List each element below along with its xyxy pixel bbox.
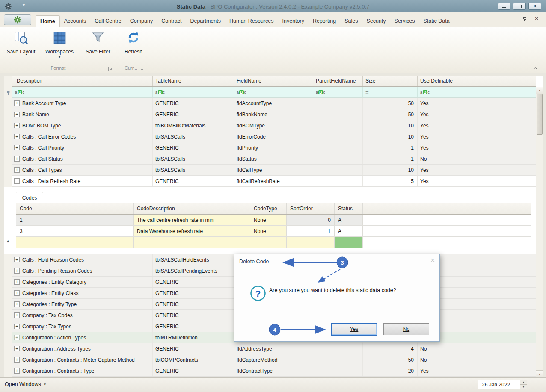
yes-button[interactable]: Yes [331, 323, 377, 335]
tab-reporting[interactable]: Reporting [309, 15, 340, 27]
filter-cell-fieldname[interactable]: aBc [234, 87, 313, 97]
window-close-button[interactable]: ✕ [528, 3, 541, 10]
spin-up-icon[interactable]: ▲ [520, 380, 527, 385]
format-group-launcher-icon[interactable] [108, 67, 112, 71]
expand-glyph[interactable]: + [14, 268, 20, 274]
tab-contract[interactable]: Contract [157, 15, 186, 27]
expand-glyph[interactable]: + [14, 257, 20, 262]
expand-glyph[interactable]: + [14, 134, 20, 139]
dialog-close-icon[interactable]: ✕ [430, 257, 435, 264]
column-header-parentfieldname[interactable]: ParentFieldName [313, 76, 363, 86]
column-header-userdefinable[interactable]: UserDefinable [418, 76, 471, 86]
tab-static-data[interactable]: Static Data [419, 15, 454, 27]
codedescription-cell[interactable] [134, 237, 250, 248]
expand-glyph[interactable]: + [14, 301, 20, 307]
column-header-size[interactable]: Size [363, 76, 418, 86]
tablename-cell: tblMTRMDefinition [153, 332, 234, 343]
filter-cell-parentfieldname[interactable]: aBc [313, 87, 363, 97]
codes-row-3[interactable]: 3Data Warehouse refresh rateNone1A [16, 226, 531, 237]
codes-column-header-codetype[interactable]: CodeType [250, 203, 287, 214]
save-filter-button[interactable]: Save Filter [80, 29, 116, 64]
grid-row-calls-call-status[interactable]: +Calls : Call StatustblSALSCallsfldStatu… [12, 153, 536, 165]
codetype-cell[interactable] [250, 237, 287, 248]
current-group-launcher-icon[interactable] [140, 67, 144, 71]
filter-cell-description[interactable]: aBc [12, 87, 153, 97]
no-button[interactable]: No [383, 323, 429, 335]
refresh-button[interactable]: Refresh [119, 29, 148, 64]
app-gear-icon[interactable] [4, 3, 12, 10]
codes-column-header-sortorder[interactable]: SortOrder [287, 203, 335, 214]
expand-glyph[interactable]: + [14, 324, 20, 329]
status-cell[interactable] [335, 237, 363, 248]
expand-glyph[interactable]: + [14, 156, 20, 162]
expand-glyph[interactable]: + [14, 100, 20, 106]
tab-inventory[interactable]: Inventory [278, 15, 309, 27]
vertical-scrollbar[interactable]: ▲ ▼ [536, 87, 543, 377]
scroll-up-button[interactable]: ▲ [536, 87, 543, 94]
codes-column-header-status[interactable]: Status [335, 203, 363, 214]
grid-row-bank-name[interactable]: +Bank NameGENERICfldBankName50Yes [12, 109, 536, 120]
window-minimize-button[interactable] [498, 3, 510, 10]
quick-access-dropdown-icon[interactable]: ▼ [22, 3, 26, 7]
expand-glyph[interactable]: + [14, 368, 20, 374]
workspaces-button[interactable]: Workspaces ▾ [42, 29, 77, 64]
expand-glyph[interactable]: + [14, 312, 20, 318]
filter-cell-size[interactable]: = [363, 87, 418, 97]
scroll-down-button[interactable]: ▼ [536, 370, 543, 377]
codes-row-1[interactable]: 1The call centre refresh rate in minNone… [16, 215, 531, 226]
sortorder-cell[interactable] [287, 237, 335, 248]
mdi-minimize-button[interactable] [508, 16, 514, 21]
column-header-description[interactable]: Description [12, 76, 153, 86]
date-spinner[interactable]: ▲▼ [520, 380, 527, 389]
filter-cell-tablename[interactable]: aBc [153, 87, 234, 97]
column-header-tablename[interactable]: TableName [153, 76, 234, 86]
tab-departments[interactable]: Departments [186, 15, 225, 27]
open-windows-button[interactable]: Open Windows ▼ [5, 381, 47, 387]
expand-glyph[interactable]: + [14, 357, 20, 363]
column-header-fieldname[interactable]: FieldName [234, 76, 313, 86]
filter-cell-userdefinable[interactable]: aBc [418, 87, 471, 97]
expand-glyph[interactable]: + [14, 335, 20, 340]
codes-new-row[interactable] [16, 237, 531, 248]
ribbon-collapse-button[interactable] [532, 65, 539, 71]
grid-row-calls-call-error-codes[interactable]: +Calls : Call Error CodestblSALSCallsfld… [12, 131, 536, 142]
grid-row-calls-call-priority[interactable]: +Calls : Call PriorityGENERICfldPriority… [12, 142, 536, 153]
expand-glyph[interactable]: + [14, 290, 20, 296]
grid-row-calls-data-refresh-rate[interactable]: −Calls : Data Refresh RateGENERICfldCall… [12, 176, 536, 187]
tab-sales[interactable]: Sales [340, 15, 362, 27]
grid-row-bom-bom-type[interactable]: +BOM: BOM TypetblBOMBillOfMaterialsfldBO… [12, 120, 536, 131]
codes-column-header-code[interactable]: Code [16, 203, 134, 214]
detail-tab-codes[interactable]: Codes [16, 192, 43, 203]
grid-row-configuration-address-types[interactable]: +Configuration : Address TypesGENERICfld… [12, 343, 536, 354]
tab-accounts[interactable]: Accounts [60, 15, 90, 27]
expand-glyph[interactable]: + [14, 112, 20, 117]
grid-row-configuration-contracts-meter-capture-method[interactable]: +Configuration : Contracts : Meter Captu… [12, 354, 536, 365]
save-layout-button[interactable]: Save Layout [3, 29, 39, 64]
grid-row-calls-call-types[interactable]: +Calls : Call TypestblSALSCallsfldCallTy… [12, 165, 536, 176]
mdi-restore-button[interactable] [521, 16, 527, 21]
grid-row-configuration-contracts-type[interactable]: +Configuration : Contracts : TypeGENERIC… [12, 365, 536, 377]
expand-glyph[interactable]: + [14, 145, 20, 150]
tab-company[interactable]: Company [126, 15, 157, 27]
spin-down-icon[interactable]: ▼ [520, 385, 527, 389]
tab-home[interactable]: Home [36, 15, 60, 27]
mdi-close-button[interactable]: ✕ [534, 16, 540, 21]
tab-security[interactable]: Security [362, 15, 390, 27]
grid-row-bank-account-type[interactable]: +Bank Account TypeGENERICfldAccountType5… [12, 98, 536, 109]
window-maximize-button[interactable] [513, 3, 526, 10]
scrollbar-thumb[interactable] [537, 94, 543, 135]
application-button[interactable] [4, 14, 31, 25]
codes-column-header-codedescription[interactable]: CodeDescription [134, 203, 250, 214]
expand-glyph[interactable]: + [14, 279, 20, 285]
tab-services[interactable]: Services [390, 15, 419, 27]
date-editor[interactable]: 26 Jan 2022 ▲▼ [478, 380, 527, 389]
expand-glyph[interactable]: + [14, 346, 20, 351]
fieldname-cell: fldPriority [234, 142, 313, 153]
expand-glyph[interactable]: − [14, 178, 20, 184]
tab-call-centre[interactable]: Call Centre [90, 15, 126, 27]
tab-human-resources[interactable]: Human Resources [225, 15, 278, 27]
expand-glyph[interactable]: + [14, 167, 20, 173]
expand-glyph[interactable]: + [14, 123, 20, 128]
maximize-icon [518, 5, 522, 8]
code-cell[interactable] [16, 237, 134, 248]
